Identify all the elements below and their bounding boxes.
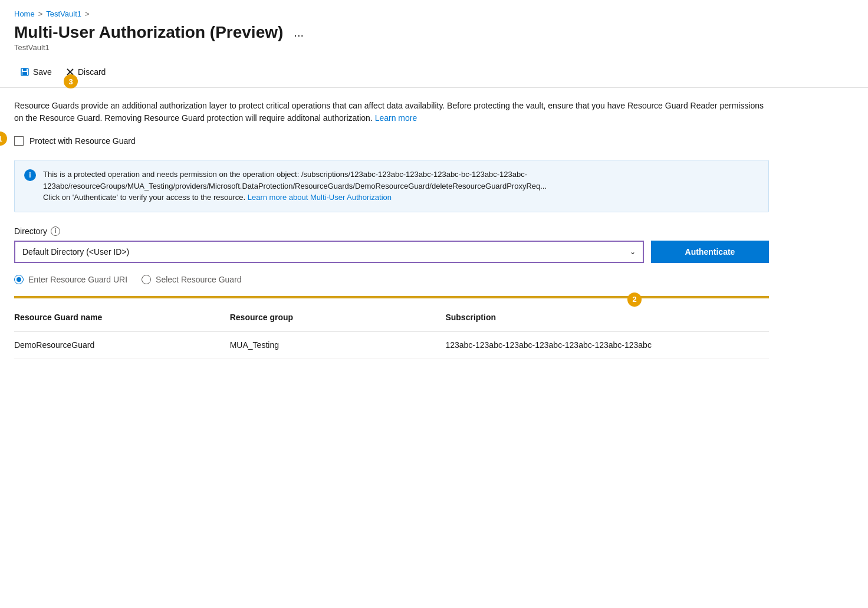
table-header: Resource Guard name Resource group Subsc…: [14, 308, 769, 332]
breadcrumb-sep1: >: [38, 9, 43, 18]
save-label: Save: [33, 67, 52, 77]
learn-more-link[interactable]: Learn more: [375, 113, 417, 123]
info-text-part2: Click on 'Authenticate' to verify your a…: [43, 193, 245, 202]
protect-section: 1 Protect with Resource Guard: [14, 136, 854, 146]
radio-uri-circle: [14, 275, 24, 284]
directory-dropdown-value: Default Directory (<User ID>): [22, 247, 129, 257]
directory-info-icon[interactable]: i: [51, 226, 60, 236]
radio-option-select[interactable]: Select Resource Guard: [142, 275, 242, 284]
directory-section: Directory i Default Directory (<User ID>…: [14, 226, 769, 263]
cell-resource-group: MUA_Testing: [230, 338, 446, 352]
info-text: This is a protected operation and needs …: [43, 169, 759, 203]
ellipsis-button[interactable]: ...: [290, 25, 307, 41]
step-badge-3: 3: [64, 74, 78, 88]
info-icon: i: [24, 169, 36, 181]
description-text: Resource Guards provide an additional au…: [14, 100, 769, 124]
cell-name: DemoResourceGuard: [14, 338, 230, 352]
step-badge-1: 1: [0, 132, 7, 146]
directory-label: Directory: [14, 226, 47, 236]
breadcrumb-vault[interactable]: TestVault1: [46, 9, 81, 18]
toolbar: Save Discard 3: [0, 57, 868, 88]
table-section: Resource Guard name Resource group Subsc…: [14, 308, 769, 359]
radio-uri-label: Enter Resource Guard URI: [28, 275, 127, 284]
step-badge-2: 2: [627, 293, 642, 307]
protect-checkbox[interactable]: [14, 136, 24, 146]
breadcrumb-sep2: >: [85, 9, 90, 18]
radio-uri-dot: [17, 277, 21, 282]
directory-controls: Default Directory (<User ID>) ⌄ Authenti…: [14, 241, 769, 263]
col-header-group: Resource group: [230, 308, 446, 327]
save-icon: [20, 67, 29, 77]
info-learn-more-link[interactable]: Learn more about Multi-User Authorizatio…: [248, 193, 392, 202]
save-button[interactable]: Save: [14, 64, 58, 80]
chevron-down-icon: ⌄: [630, 248, 636, 256]
radio-option-uri[interactable]: Enter Resource Guard URI: [14, 275, 127, 284]
main-content: Resource Guards provide an additional au…: [0, 88, 868, 370]
radio-select-circle: [142, 275, 151, 284]
col-header-name: Resource Guard name: [14, 308, 230, 327]
radio-select-label: Select Resource Guard: [156, 275, 242, 284]
authenticate-button[interactable]: Authenticate: [651, 241, 769, 263]
orange-divider: [14, 296, 769, 298]
svg-rect-1: [23, 68, 27, 71]
table-row: DemoResourceGuard MUA_Testing 123abc-123…: [14, 332, 769, 359]
info-box: i This is a protected operation and need…: [14, 160, 769, 212]
page-title: Multi-User Authorization (Preview): [14, 23, 283, 42]
cell-subscription: 123abc-123abc-123abc-123abc-123abc-123ab…: [445, 338, 769, 352]
page-header: Multi-User Authorization (Preview) ... T…: [0, 23, 868, 57]
svg-rect-2: [22, 72, 27, 75]
breadcrumb: Home > TestVault1 >: [0, 0, 868, 23]
breadcrumb-home[interactable]: Home: [14, 9, 35, 18]
col-header-sub: Subscription: [445, 308, 769, 327]
protect-label: Protect with Resource Guard: [29, 136, 136, 146]
discard-label: Discard: [78, 67, 106, 77]
info-text-part1: This is a protected operation and needs …: [43, 170, 547, 190]
directory-dropdown[interactable]: Default Directory (<User ID>) ⌄: [14, 241, 644, 263]
page-subtitle: TestVault1: [14, 43, 854, 52]
radio-section: Enter Resource Guard URI Select Resource…: [14, 275, 854, 284]
directory-label-row: Directory i: [14, 226, 769, 236]
